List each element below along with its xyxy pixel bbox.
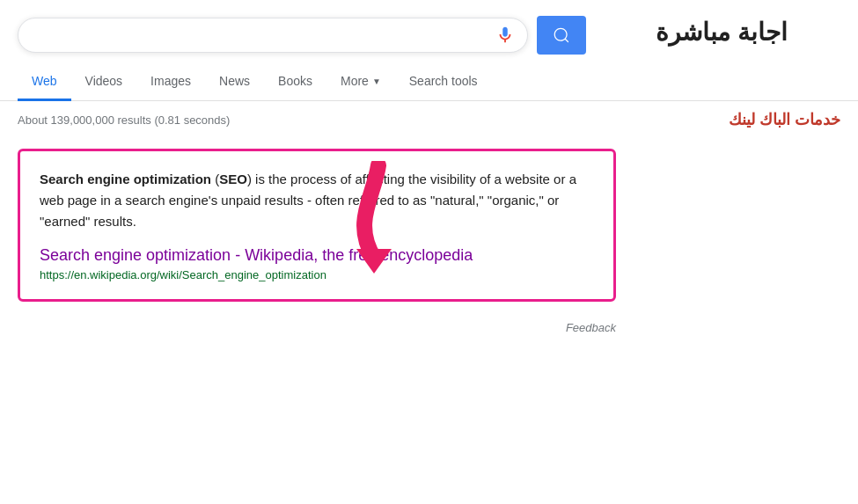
arabic-backlink-label: خدمات الباك لينك [729, 110, 840, 129]
tab-books[interactable]: Books [264, 63, 326, 101]
search-input[interactable]: what is seo [31, 26, 487, 45]
result-wiki-link[interactable]: Search engine optimization - Wikipedia, … [40, 246, 594, 265]
results-meta-row: About 139,000,000 results (0.81 seconds)… [0, 101, 858, 135]
result-paren-seo: (SEO) [215, 172, 252, 186]
tab-more[interactable]: More ▼ [326, 63, 395, 101]
more-dropdown-arrow: ▼ [372, 77, 381, 86]
nav-tabs: Web Videos Images News Books More ▼ Sear… [0, 63, 858, 101]
tab-videos[interactable]: Videos [71, 63, 137, 101]
tab-images[interactable]: Images [136, 63, 205, 101]
arabic-header-label: اجابة مباشرة [656, 18, 788, 47]
search-header: what is seo اجابة مباشرة [0, 0, 858, 63]
tab-news[interactable]: News [205, 63, 264, 101]
mic-button[interactable] [495, 26, 515, 45]
search-box: what is seo [18, 18, 528, 53]
result-description: Search engine optimization (SEO) is the … [40, 169, 594, 232]
feedback-label: Feedback [566, 321, 616, 334]
search-button[interactable] [537, 16, 586, 55]
tab-web[interactable]: Web [18, 63, 71, 101]
result-url: https://en.wikipedia.org/wiki/Search_eng… [40, 268, 594, 281]
result-card: Search engine optimization (SEO) is the … [18, 149, 616, 302]
tab-search-tools[interactable]: Search tools [395, 63, 492, 101]
feedback-row: Feedback [0, 316, 634, 340]
results-count: About 139,000,000 results (0.81 seconds) [18, 113, 230, 127]
result-bold-term: Search engine optimization [40, 172, 211, 186]
